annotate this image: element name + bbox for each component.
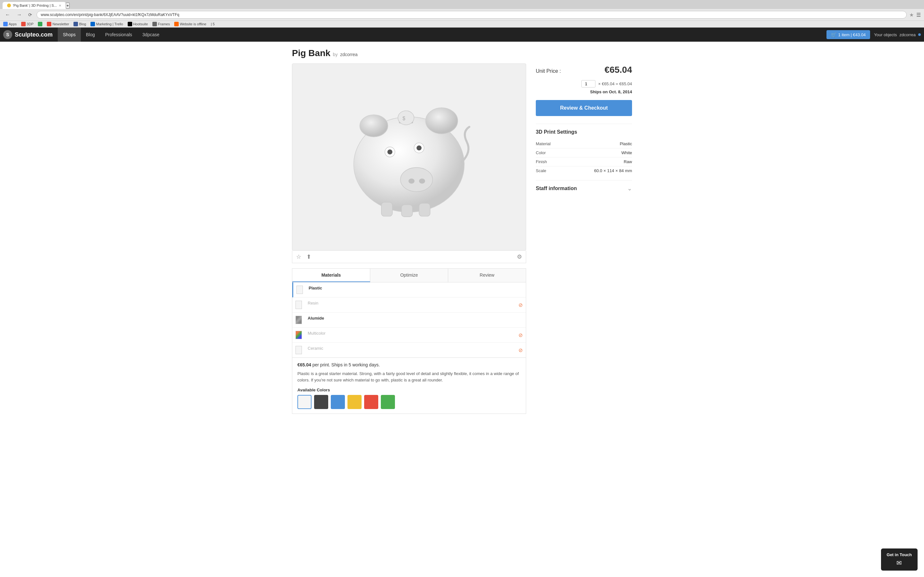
- author-name: zdcorrea: [340, 52, 357, 57]
- checkout-button[interactable]: Review & Checkout: [536, 100, 632, 116]
- bookmark-count[interactable]: | 5: [211, 22, 215, 26]
- tab-bar: 'Pig Bank' | 3D Printing | S... ✕ +: [0, 0, 924, 9]
- back-button[interactable]: ←: [3, 11, 12, 18]
- share-icon[interactable]: ⬆: [306, 253, 311, 260]
- ceramic-swatch: [292, 343, 305, 358]
- svg-point-9: [417, 145, 422, 151]
- site-logo[interactable]: S Sculpteo.com: [3, 30, 53, 39]
- nav-professionals[interactable]: Professionals: [100, 27, 137, 42]
- color-green[interactable]: [381, 395, 395, 409]
- staff-header[interactable]: Staff information ⌄: [536, 185, 632, 192]
- bookmark-drive[interactable]: [38, 22, 42, 26]
- favorite-icon[interactable]: ☆: [296, 253, 301, 260]
- browser-toolbar: ← → ⟳ ★ ☰: [0, 9, 924, 21]
- tab-materials[interactable]: Materials: [292, 269, 370, 282]
- pig-illustration: $: [327, 92, 491, 222]
- bookmark-hootsuite-label: Hootsuite: [133, 22, 148, 26]
- staff-section: Staff information ⌄: [536, 180, 632, 192]
- svg-point-2: [426, 108, 458, 134]
- bookmark-frames[interactable]: Frames: [152, 22, 170, 26]
- tab-close-icon[interactable]: ✕: [59, 4, 61, 7]
- bookmark-star-button[interactable]: ★: [909, 12, 914, 18]
- svg-point-3: [401, 168, 433, 192]
- settings-title: 3D Print Settings: [536, 129, 632, 135]
- color-yellow[interactable]: [347, 395, 362, 409]
- material-resin: Resin ⊘: [292, 298, 526, 313]
- nav-shops[interactable]: Shops: [58, 27, 81, 42]
- setting-scale-label: Scale: [536, 168, 546, 173]
- bookmark-marketing-label: Marketing | Trello: [96, 22, 123, 26]
- address-bar[interactable]: [37, 11, 907, 19]
- multicolor-unavailable-icon: ⊘: [515, 327, 526, 342]
- logo-text: Sculpteo.com: [15, 31, 53, 38]
- ceramic-info: Ceramic: [305, 343, 515, 358]
- refresh-button[interactable]: ⟳: [26, 11, 34, 18]
- print-settings: 3D Print Settings Material Plastic Color…: [536, 124, 632, 175]
- browser-menu-button[interactable]: ☰: [916, 12, 921, 18]
- material-multicolor: Multicolor ⊘: [292, 327, 526, 343]
- resin-unavailable-icon: ⊘: [515, 298, 526, 312]
- bookmark-marketing[interactable]: Marketing | Trello: [90, 22, 123, 26]
- svg-point-4: [409, 179, 415, 184]
- bookmark-count-label: | 5: [211, 22, 215, 26]
- unit-price-value: €65.04: [604, 65, 632, 75]
- browser-chrome: 'Pig Bank' | 3D Printing | S... ✕ + ← → …: [0, 0, 924, 27]
- marketing-icon: [90, 22, 95, 26]
- cart-button[interactable]: 🛒 1 item | €43.04: [827, 30, 871, 39]
- tab-review[interactable]: Review: [448, 269, 526, 282]
- bookmark-3dp[interactable]: 3DP: [21, 22, 33, 26]
- multicolor-name: Multicolor: [308, 331, 326, 335]
- material-plastic[interactable]: Plastic: [292, 282, 526, 298]
- image-actions: ☆ ⬆ ⚙: [292, 251, 526, 263]
- color-white[interactable]: [297, 395, 312, 409]
- bookmark-frames-label: Frames: [158, 22, 170, 26]
- color-dark[interactable]: [314, 395, 328, 409]
- plastic-swatch: [293, 282, 306, 297]
- svg-rect-14: [401, 205, 412, 217]
- bookmark-website[interactable]: Website is offline: [174, 22, 206, 26]
- material-price-value: €65.04: [297, 362, 311, 367]
- hootsuite-icon: [128, 22, 132, 26]
- forward-button[interactable]: →: [15, 11, 24, 18]
- material-alumide[interactable]: Alumide: [292, 313, 526, 327]
- tab-optimize[interactable]: Optimize: [370, 269, 448, 282]
- alumide-swatch: [292, 313, 305, 327]
- setting-color-value: White: [622, 150, 632, 155]
- bookmark-3dp-label: 3DP: [27, 22, 33, 26]
- nav-blog[interactable]: Blog: [81, 27, 100, 42]
- material-description-text: Plastic is a great starter material. Str…: [297, 371, 521, 383]
- new-tab-button[interactable]: +: [66, 3, 69, 9]
- setting-material-value: Plastic: [620, 141, 632, 146]
- your-objects-link[interactable]: Your objects: [874, 32, 897, 37]
- material-price-row: €65.04 per print. Ships in 5 working day…: [297, 362, 521, 367]
- setting-scale-value: 60.0 × 114 × 84 mm: [594, 168, 632, 173]
- staff-title: Staff information: [536, 185, 577, 191]
- available-colors-title: Available Colors: [297, 388, 521, 392]
- svg-point-1: [360, 115, 388, 137]
- bookmark-blog[interactable]: Blog: [73, 22, 86, 26]
- main-layout: $ ☆ ⬆ ⚙ Materials Optimize: [292, 63, 632, 414]
- right-column: Unit Price : €65.04 × €65.04 = €65.04 Sh…: [536, 63, 632, 414]
- color-red[interactable]: [364, 395, 378, 409]
- setting-finish-value: Raw: [624, 159, 632, 164]
- svg-rect-13: [381, 202, 393, 216]
- display-settings-icon[interactable]: ⚙: [517, 253, 522, 260]
- resin-name: Resin: [308, 301, 318, 306]
- bookmark-newsletter[interactable]: Newsletter: [47, 22, 69, 26]
- per-unit-text: × €65.04 = €65.04: [598, 81, 632, 86]
- color-blue[interactable]: [331, 395, 345, 409]
- resin-swatch: [292, 298, 305, 312]
- bookmark-apps[interactable]: Apps: [3, 22, 17, 26]
- alumide-name: Alumide: [308, 316, 324, 321]
- page-content: Pig Bank by zdcorrea: [286, 42, 638, 420]
- ceramic-name: Ceramic: [308, 346, 323, 351]
- website-icon: [174, 22, 179, 26]
- page-title: Pig Bank by zdcorrea: [292, 48, 632, 58]
- active-tab[interactable]: 'Pig Bank' | 3D Printing | S... ✕: [3, 2, 66, 9]
- bookmark-hootsuite[interactable]: Hootsuite: [128, 22, 148, 26]
- site-nav: S Sculpteo.com Shops Blog Professionals …: [0, 27, 924, 42]
- quantity-input[interactable]: [582, 80, 596, 87]
- tab-title: 'Pig Bank' | 3D Printing | S...: [13, 3, 57, 7]
- nav-3dpcase[interactable]: 3dpcase: [137, 27, 165, 42]
- unit-price-label: Unit Price :: [536, 68, 561, 74]
